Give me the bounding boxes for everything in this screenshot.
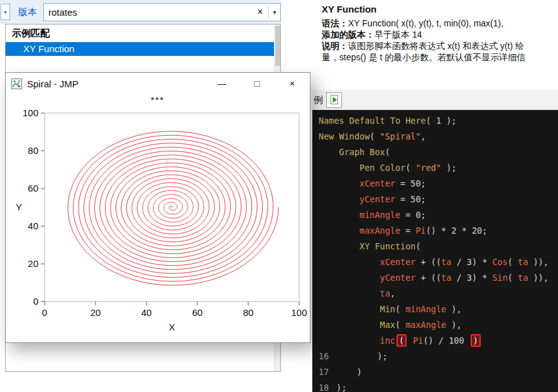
- run-script-button[interactable]: [326, 92, 342, 108]
- maximize-icon: □: [254, 79, 260, 89]
- minimize-icon: —: [217, 79, 226, 89]
- code-line[interactable]: Max( maxAngle ),: [319, 317, 558, 333]
- doc-panel: XY Function 语法：XY Function( x(t), y(t), …: [322, 0, 558, 63]
- minimize-button[interactable]: —: [204, 73, 239, 94]
- code-line[interactable]: maxAngle = Pi() * 2 * 20;: [319, 223, 558, 239]
- line-number: 18: [319, 383, 329, 392]
- search-input[interactable]: [44, 4, 252, 21]
- search-box: × ▾: [43, 3, 281, 21]
- code-line[interactable]: 16 );: [319, 349, 558, 364]
- code-line[interactable]: Min( minAngle ),: [319, 302, 558, 317]
- svg-text:100: 100: [291, 307, 307, 318]
- code-line[interactable]: ta,: [319, 286, 558, 302]
- code-line[interactable]: xCenter + ((ta / 3) * Cos( ta )),: [319, 254, 558, 270]
- svg-text:40: 40: [141, 307, 152, 318]
- svg-text:100: 100: [23, 107, 38, 118]
- maximize-button[interactable]: □: [239, 73, 275, 94]
- example-list: XY Function: [6, 42, 280, 56]
- line-number: 16: [319, 351, 329, 361]
- doc-row: 语法：XY Function( x(t), y(t), t, min(0), m…: [322, 18, 558, 29]
- chevron-down-icon: ▾: [4, 9, 6, 15]
- run-script-icon: [329, 94, 340, 106]
- code-line[interactable]: Names Default To Here( 1 );: [319, 113, 558, 129]
- code-editor[interactable]: Names Default To Here( 1 );New Window( "…: [312, 110, 558, 392]
- window-controls: — □ ×: [204, 73, 310, 94]
- svg-text:20: 20: [90, 307, 101, 318]
- svg-text:80: 80: [243, 307, 254, 318]
- svg-text:0: 0: [42, 307, 47, 318]
- window-title: Spiral - JMP: [27, 79, 79, 89]
- search-dropdown-icon[interactable]: ▾: [269, 9, 280, 16]
- svg-text:20: 20: [28, 258, 38, 269]
- spiral-window: Spiral - JMP — □ × ••• 02040608010002040…: [5, 72, 310, 343]
- code-line[interactable]: inc( Pi() / 100 ): [319, 333, 558, 349]
- code-line[interactable]: minAngle = 0;: [319, 207, 558, 223]
- svg-text:X: X: [168, 322, 175, 332]
- spiral-chart: 020406080100020406080100XY: [6, 107, 310, 342]
- code-line[interactable]: yCenter + ((ta / 3) * Sin( ta )),: [319, 270, 558, 286]
- code-line[interactable]: 17 ): [319, 364, 558, 380]
- code-line[interactable]: yCenter = 50;: [319, 192, 558, 207]
- close-icon: ×: [290, 79, 295, 89]
- code-line[interactable]: XY Function(: [319, 239, 558, 254]
- line-number: 17: [319, 367, 329, 377]
- doc-title: XY Function: [322, 0, 558, 14]
- svg-text:0: 0: [33, 296, 38, 307]
- example-label: 例: [314, 94, 323, 106]
- search-toolbar: ▾ 版本 × ▾: [0, 0, 281, 24]
- code-line[interactable]: xCenter = 50;: [319, 176, 558, 192]
- svg-text:80: 80: [28, 145, 38, 156]
- version-link[interactable]: 版本: [18, 6, 37, 18]
- panel-grabber-handle[interactable]: •••: [6, 94, 310, 107]
- svg-text:Y: Y: [16, 202, 22, 212]
- doc-row: 量，steps() 是 t 的最小步数。若默认值不显示详细信: [322, 52, 558, 63]
- doc-row: 说明：该图形脚本函数将表达式 x(t) 和表达式 y(t) 绘: [322, 40, 558, 52]
- example-match-header: 示例匹配: [6, 24, 280, 42]
- list-scrollbar-thumb[interactable]: [275, 26, 280, 66]
- code-line[interactable]: Pen Color( "red" );: [319, 160, 558, 176]
- list-item[interactable]: XY Function: [6, 42, 280, 56]
- code-line[interactable]: 18);: [319, 380, 558, 392]
- close-button[interactable]: ×: [275, 73, 310, 94]
- example-toolbar: 例: [312, 90, 558, 110]
- code-line[interactable]: Graph Box(: [319, 144, 558, 160]
- collapse-dropdown-button[interactable]: ▾: [1, 4, 10, 20]
- window-titlebar[interactable]: Spiral - JMP — □ ×: [6, 73, 310, 94]
- jmp-app-icon[interactable]: [11, 79, 22, 89]
- svg-text:60: 60: [28, 183, 38, 193]
- code-line[interactable]: New Window( "Spiral",: [319, 129, 558, 144]
- doc-rows: 语法：XY Function( x(t), y(t), t, min(0), m…: [322, 18, 558, 63]
- doc-row: 添加的版本：早于版本 14: [322, 29, 558, 40]
- svg-text:40: 40: [28, 220, 38, 231]
- svg-text:60: 60: [192, 307, 203, 318]
- clear-search-icon[interactable]: ×: [252, 6, 268, 18]
